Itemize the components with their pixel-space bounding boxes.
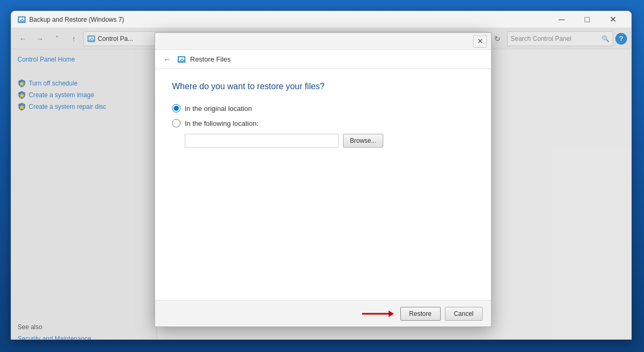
location-input[interactable] <box>185 134 339 148</box>
dialog-question: Where do you want to restore your files? <box>172 82 474 91</box>
cancel-button[interactable]: Cancel <box>445 307 483 321</box>
following-location-radio[interactable] <box>172 119 181 127</box>
window-controls: ─ □ ✕ <box>549 11 625 28</box>
browse-button[interactable]: Browse... <box>343 134 383 148</box>
original-location-label: In the original location <box>185 105 252 113</box>
maximize-button[interactable]: □ <box>575 11 599 28</box>
dialog-nav-title: Restore Files <box>190 55 231 63</box>
window-title: Backup and Restore (Windows 7) <box>29 16 549 23</box>
main-window: Backup and Restore (Windows 7) ─ □ ✕ ← →… <box>11 11 632 340</box>
restore-files-icon <box>177 55 186 64</box>
minimize-button[interactable]: ─ <box>549 11 574 28</box>
dialog-nav: ← Restore Files <box>155 50 491 69</box>
restore-button[interactable]: Restore <box>400 307 441 321</box>
dialog-back-button[interactable]: ← <box>161 54 173 65</box>
dialog-close-button[interactable]: ✕ <box>473 35 487 48</box>
arrow-icon <box>362 307 394 320</box>
title-bar: Backup and Restore (Windows 7) ─ □ ✕ <box>11 11 631 28</box>
dialog-footer: Restore Cancel <box>155 300 491 327</box>
location-row: Browse... <box>185 134 474 148</box>
original-location-radio[interactable] <box>172 104 181 113</box>
following-location-option[interactable]: In the following location: <box>172 119 474 127</box>
dialog-content: Where do you want to restore your files?… <box>155 69 491 300</box>
original-location-option[interactable]: In the original location <box>172 104 474 113</box>
restore-files-dialog: ✕ ← Restore Files Where do you want to r… <box>154 32 492 327</box>
svg-marker-10 <box>389 311 394 317</box>
app-icon <box>18 15 26 24</box>
dialog-title-bar: ✕ <box>155 33 491 50</box>
arrow-indicator <box>362 307 394 320</box>
close-window-button[interactable]: ✕ <box>600 11 625 28</box>
following-location-label: In the following location: <box>185 119 259 127</box>
